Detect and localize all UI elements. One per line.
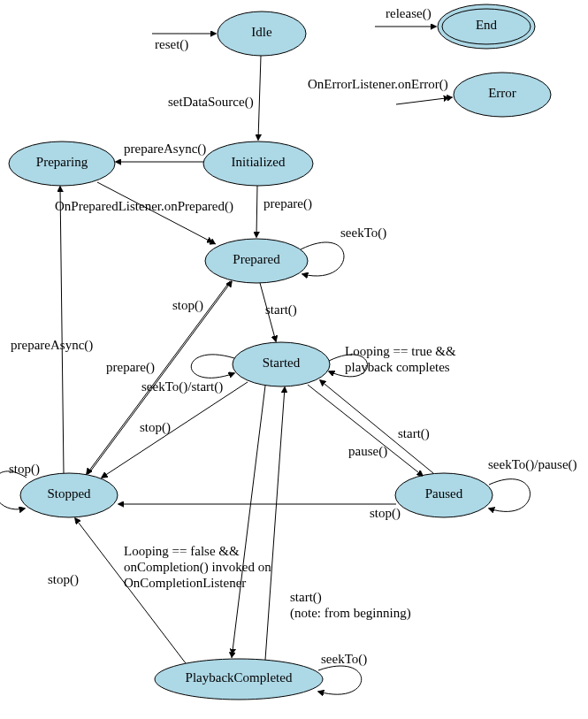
edge-pbc-self-label: seekTo(): [321, 652, 367, 667]
state-playback-completed-label: PlaybackCompleted: [186, 670, 293, 685]
edge-prepared-started-label: start(): [265, 302, 297, 317]
edge-onerror-error: [396, 97, 453, 104]
state-stopped-label: Stopped: [47, 486, 91, 501]
edge-stopped-self-label: stop(): [9, 462, 40, 477]
edge-initialized-prepared: [256, 186, 257, 237]
state-stopped: Stopped: [20, 473, 118, 517]
edge-started-self-seek: [191, 355, 234, 378]
edge-started-self-loop-l1: Looping == true &&: [345, 344, 456, 358]
state-initialized: Initialized: [203, 142, 313, 186]
state-paused: Paused: [395, 473, 493, 517]
state-idle-label: Idle: [251, 25, 272, 39]
edge-reset-idle-label: reset(): [155, 37, 188, 52]
state-error-label: Error: [488, 86, 516, 100]
state-prepared-label: Prepared: [233, 252, 280, 266]
edge-started-self-loop-l2: playback completes: [345, 360, 450, 374]
edge-started-pbc-l1: Looping == false &&: [124, 544, 240, 558]
edge-paused-self: [489, 479, 531, 512]
edge-started-stopped-label: stop(): [140, 420, 171, 435]
state-playback-completed: PlaybackCompleted: [155, 659, 323, 700]
edge-stopped-preparing-label: prepareAsync(): [11, 338, 93, 353]
state-error: Error: [454, 73, 551, 117]
edge-started-pbc-l3: OnCompletionListener: [124, 576, 246, 590]
edge-idle-initialized-label: setDataSource(): [168, 95, 254, 110]
edge-preparing-prepared: [97, 182, 216, 244]
edge-stopped-preparing: [60, 187, 64, 473]
edge-pbc-stopped: [75, 518, 186, 663]
edge-pbc-started-l1: start(): [290, 590, 322, 605]
edge-stopped-prepared-label: prepare(): [106, 360, 155, 375]
edge-release-end-label: release(): [386, 6, 431, 21]
state-diagram: Idle End Error Initialized Preparing Pre…: [0, 0, 588, 719]
edge-pbc-started-l2: (note: from beginning): [290, 606, 411, 621]
edge-prepared-self-label: seekTo(): [340, 226, 386, 241]
state-idle: Idle: [218, 11, 306, 56]
edge-pbc-started: [265, 387, 285, 660]
edge-started-stopped: [102, 382, 248, 478]
state-prepared: Prepared: [205, 239, 308, 283]
state-preparing: Preparing: [9, 142, 115, 186]
edge-paused-stopped-label: stop(): [370, 506, 401, 521]
state-started-label: Started: [263, 356, 301, 370]
edge-pbc-stopped-label: stop(): [48, 572, 79, 587]
edge-started-self-seek-label: seekTo()/start(): [141, 379, 223, 394]
edge-initialized-prepared-label: prepare(): [263, 196, 312, 211]
edge-started-pbc: [232, 386, 265, 658]
edge-paused-self-label: seekTo()/pause(): [488, 457, 577, 472]
edge-pbc-self: [318, 666, 362, 694]
state-paused-label: Paused: [425, 486, 463, 501]
edge-initialized-preparing-label: prepareAsync(): [124, 142, 206, 157]
state-started: Started: [233, 342, 330, 386]
edge-preparing-prepared-label: OnPreparedListener.onPrepared(): [55, 199, 233, 214]
edge-prepared-stopped-label: stop(): [172, 298, 203, 313]
edge-started-pbc-l2: onCompletion() invoked on: [124, 560, 271, 575]
state-end-label: End: [476, 18, 498, 32]
state-end: End: [438, 4, 535, 49]
edge-idle-initialized: [258, 56, 261, 140]
edge-onerror-error-label: OnErrorListener.onError(): [308, 77, 448, 92]
edge-paused-started-label: start(): [398, 426, 430, 441]
state-preparing-label: Preparing: [36, 155, 88, 169]
state-initialized-label: Initialized: [232, 155, 286, 169]
edge-started-paused-label: pause(): [348, 444, 387, 459]
